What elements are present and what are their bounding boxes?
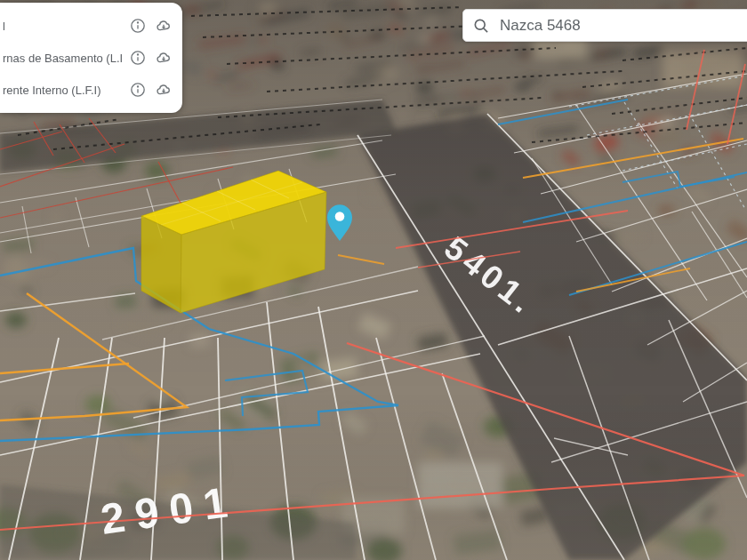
layer-item-label: l <box>3 20 122 33</box>
cloud-download-icon[interactable] <box>154 80 173 100</box>
search-input[interactable] <box>498 16 746 36</box>
info-icon[interactable] <box>128 48 148 68</box>
info-icon[interactable] <box>128 80 148 100</box>
map-3d-view[interactable]: 5401. 2901 l <box>0 0 747 560</box>
search-icon <box>472 17 490 35</box>
layer-item: l <box>3 15 173 36</box>
pin-center-dot <box>335 212 345 221</box>
info-icon[interactable] <box>128 16 148 36</box>
search-bar <box>462 9 747 42</box>
cloud-download-icon[interactable] <box>154 48 173 68</box>
layers-panel: l rnas de Basamento (L.I.B) rente Intern… <box>0 3 182 113</box>
layer-item-label: rnas de Basamento (L.I.B) <box>3 52 122 65</box>
layer-item-label: rente Interno (L.F.I) <box>3 84 122 97</box>
layer-item: rnas de Basamento (L.I.B) <box>3 47 173 68</box>
layer-item: rente Interno (L.F.I) <box>3 79 173 100</box>
cloud-download-icon[interactable] <box>154 16 173 36</box>
